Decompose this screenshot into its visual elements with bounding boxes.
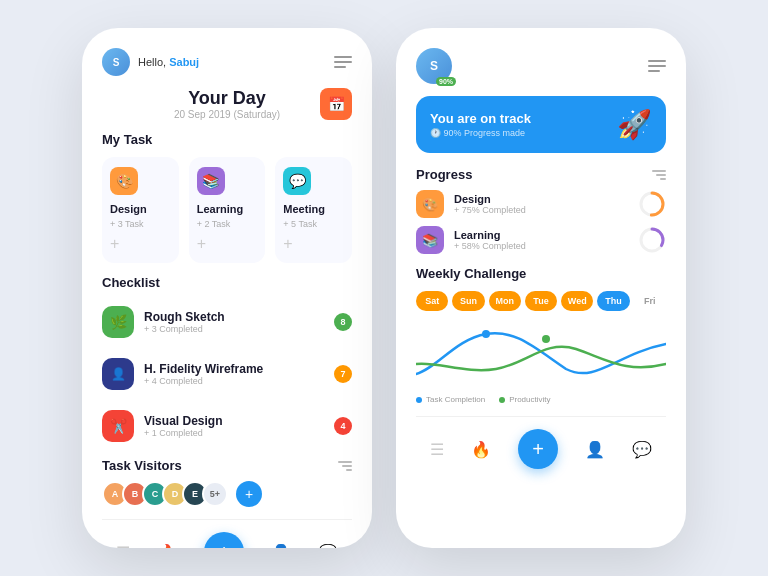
track-sub: 🕐 90% Progress made bbox=[430, 128, 531, 138]
filter-icon[interactable] bbox=[338, 461, 352, 471]
checklist-info: Visual Design + 1 Completed bbox=[144, 414, 324, 438]
fab-button-right[interactable]: + bbox=[518, 429, 558, 469]
bottom-nav: ☰ 🔥 + 👤 💬 bbox=[102, 519, 352, 548]
greeting-text: Hello, Sabuj bbox=[138, 56, 199, 68]
checklist-item-name: H. Fidelity Wireframe bbox=[144, 362, 324, 376]
menu-icon[interactable] bbox=[648, 60, 666, 72]
visual-design-icon: ✂️ bbox=[102, 410, 134, 442]
username: Sabuj bbox=[169, 56, 199, 68]
list-item[interactable]: ✂️ Visual Design + 1 Completed 4 bbox=[102, 404, 352, 448]
weekly-chart bbox=[416, 319, 666, 389]
wireframe-icon: 👤 bbox=[102, 358, 134, 390]
visitors-avatars: A B C D E 5+ + bbox=[102, 481, 352, 507]
avatar: S bbox=[102, 48, 130, 76]
add-icon[interactable]: + bbox=[283, 235, 344, 253]
list-item[interactable]: 👤 H. Fidelity Wireframe + 4 Completed 7 bbox=[102, 352, 352, 396]
progress-item-pct: + 58% Completed bbox=[454, 241, 628, 251]
chart-area bbox=[416, 319, 666, 389]
add-visitor-button[interactable]: + bbox=[236, 481, 262, 507]
checklist-item-sub: + 3 Completed bbox=[144, 324, 324, 334]
nav-chat-icon[interactable]: 💬 bbox=[632, 440, 652, 459]
add-icon[interactable]: + bbox=[197, 235, 258, 253]
day-pill-mon[interactable]: Mon bbox=[489, 291, 521, 311]
task-visitors-label: Task Visitors bbox=[102, 458, 182, 473]
learning-progress-icon: 📚 bbox=[416, 226, 444, 254]
track-title: You are on track bbox=[430, 111, 531, 126]
legend-task-label: Task Completion bbox=[426, 395, 485, 404]
task-visitors-header: Task Visitors bbox=[102, 458, 352, 473]
right-phone: S 90% You are on track 🕐 90% Progress ma… bbox=[396, 28, 686, 548]
track-illustration: 🚀 bbox=[617, 108, 652, 141]
my-task-label: My Task bbox=[102, 132, 352, 147]
status-badge: 8 bbox=[334, 313, 352, 331]
day-pill-fri[interactable]: Fri bbox=[634, 291, 666, 311]
menu-icon[interactable] bbox=[334, 56, 352, 68]
day-pill-sun[interactable]: Sun bbox=[452, 291, 484, 311]
bottom-nav-right: ☰ 🔥 + 👤 💬 bbox=[416, 416, 666, 481]
task-cards: 🎨 Design + 3 Task + 📚 Learning + 2 Task … bbox=[102, 157, 352, 263]
task-card-design[interactable]: 🎨 Design + 3 Task + bbox=[102, 157, 179, 263]
legend-dot-green bbox=[499, 397, 505, 403]
status-badge: 7 bbox=[334, 365, 352, 383]
nav-chat-icon[interactable]: 💬 bbox=[318, 543, 338, 549]
progress-item-name: Learning bbox=[454, 229, 628, 241]
right-header: S 90% bbox=[416, 48, 666, 84]
progress-items: 🎨 Design + 75% Completed 📚 Learning + 58… bbox=[416, 190, 666, 254]
task-card-count: + 3 Task bbox=[110, 219, 171, 229]
greeting-left: S Hello, Sabuj bbox=[102, 48, 199, 76]
your-day-title: Your Day bbox=[102, 88, 352, 109]
design-icon: 🎨 bbox=[110, 167, 138, 195]
nav-list-icon[interactable]: ☰ bbox=[430, 440, 444, 459]
task-card-meeting[interactable]: 💬 Meeting + 5 Task + bbox=[275, 157, 352, 263]
learning-icon: 📚 bbox=[197, 167, 225, 195]
left-phone: S Hello, Sabuj 📅 Your Day 20 Sep 2019 (S… bbox=[82, 28, 372, 548]
legend-task: Task Completion bbox=[416, 395, 485, 404]
calendar-button[interactable]: 📅 bbox=[320, 88, 352, 120]
nav-list-icon[interactable]: ☰ bbox=[116, 543, 130, 549]
task-card-name: Meeting bbox=[283, 203, 344, 215]
nav-profile-icon[interactable]: 👤 bbox=[585, 440, 605, 459]
visitor-more: 5+ bbox=[202, 481, 228, 507]
checklist-item-sub: + 1 Completed bbox=[144, 428, 324, 438]
progress-item-name: Design bbox=[454, 193, 628, 205]
day-pill-wed[interactable]: Wed bbox=[561, 291, 593, 311]
percent-badge: 90% bbox=[436, 77, 456, 86]
rough-sketch-icon: 🌿 bbox=[102, 306, 134, 338]
task-card-name: Learning bbox=[197, 203, 258, 215]
chart-legend: Task Completion Productivity bbox=[416, 395, 666, 404]
nav-fire-icon[interactable]: 🔥 bbox=[471, 440, 491, 459]
progress-item-learning: 📚 Learning + 58% Completed bbox=[416, 226, 666, 254]
checklist-item-name: Rough Sketch bbox=[144, 310, 324, 324]
legend-dot-blue bbox=[416, 397, 422, 403]
weekly-label: Weekly Challenge bbox=[416, 266, 666, 281]
status-badge: 4 bbox=[334, 417, 352, 435]
day-pills: Sat Sun Mon Tue Wed Thu Fri bbox=[416, 291, 666, 311]
svg-point-5 bbox=[542, 335, 550, 343]
legend-productivity-label: Productivity bbox=[509, 395, 550, 404]
fab-button[interactable]: + bbox=[204, 532, 244, 548]
avatar-with-badge: S 90% bbox=[416, 48, 452, 84]
day-pill-thu[interactable]: Thu bbox=[597, 291, 629, 311]
add-icon[interactable]: + bbox=[110, 235, 171, 253]
day-pill-sat[interactable]: Sat bbox=[416, 291, 448, 311]
meeting-icon: 💬 bbox=[283, 167, 311, 195]
nav-fire-icon[interactable]: 🔥 bbox=[157, 543, 177, 549]
checklist-item-sub: + 4 Completed bbox=[144, 376, 324, 386]
progress-label: Progress bbox=[416, 167, 472, 182]
filter-icon[interactable] bbox=[652, 170, 666, 180]
progress-info: Design + 75% Completed bbox=[454, 193, 628, 215]
checklist-info: H. Fidelity Wireframe + 4 Completed bbox=[144, 362, 324, 386]
day-pill-tue[interactable]: Tue bbox=[525, 291, 557, 311]
svg-point-4 bbox=[482, 330, 490, 338]
nav-profile-icon[interactable]: 👤 bbox=[271, 543, 291, 549]
progress-section: Progress 🎨 Design + 75% Completed bbox=[416, 167, 666, 254]
design-progress-icon: 🎨 bbox=[416, 190, 444, 218]
progress-info: Learning + 58% Completed bbox=[454, 229, 628, 251]
list-item[interactable]: 🌿 Rough Sketch + 3 Completed 8 bbox=[102, 300, 352, 344]
track-banner-text: You are on track 🕐 90% Progress made bbox=[430, 111, 531, 138]
task-card-count: + 2 Task bbox=[197, 219, 258, 229]
checklist-info: Rough Sketch + 3 Completed bbox=[144, 310, 324, 334]
checklist-items: 🌿 Rough Sketch + 3 Completed 8 👤 H. Fide… bbox=[102, 300, 352, 448]
task-card-learning[interactable]: 📚 Learning + 2 Task + bbox=[189, 157, 266, 263]
left-header: S Hello, Sabuj bbox=[102, 48, 352, 76]
